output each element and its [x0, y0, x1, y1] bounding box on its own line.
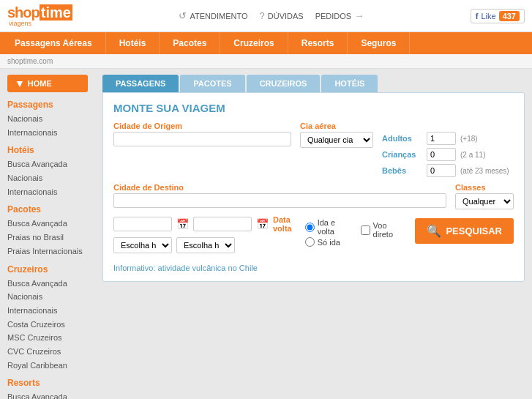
sidebar-title-resorts: Resorts — [7, 378, 88, 388]
sidebar-link-nacionais-passagens[interactable]: Nacionais — [7, 112, 88, 126]
voo-direto-label: Voo direto — [373, 221, 400, 239]
dates-col: 📅 📅 Data volta Escolha hor. Escolha hor. — [113, 215, 292, 258]
data-volta-label: Data volta — [273, 215, 292, 233]
so-ida-radio[interactable] — [305, 237, 315, 247]
sidebar-link-internacionais-hoteis[interactable]: Internacionais — [7, 185, 88, 199]
adultos-note: (+18) — [460, 135, 478, 143]
header: shoptime viagens ↺ ATENDIMENTO ? DÚVIDAS… — [0, 0, 532, 32]
fb-like-label: Like — [481, 12, 495, 20]
breadcrumb: shoptime.com — [0, 54, 532, 69]
trip-type-col: Ida e volta Só ida — [305, 218, 345, 247]
duvidas-icon: ? — [260, 10, 265, 21]
atendimento-icon: ↺ — [179, 10, 187, 21]
sidebar-link-busca-avancada-cruzeiros[interactable]: Busca Avançada — [7, 277, 88, 291]
pedidos-label: PEDIDOS — [315, 12, 352, 20]
sidebar-link-praias-brasil[interactable]: Praias no Brasil — [7, 231, 88, 245]
nav-seguros[interactable]: Seguros — [348, 32, 410, 54]
sidebar-section-hoteis: Hotéis Busca Avançada Nacionais Internac… — [7, 145, 88, 198]
form-row-1: Cidade de Origem Cia aérea Qualquer cia … — [113, 122, 514, 177]
sidebar-link-busca-avancada-resorts[interactable]: Busca Avançada — [7, 390, 88, 399]
adultos-input[interactable] — [427, 132, 456, 145]
info-link[interactable]: Informativo: atividade vulcânica no Chil… — [113, 264, 514, 272]
sidebar-link-nacionais-cruzeiros[interactable]: Nacionais — [7, 290, 88, 304]
bebes-row: Bebês (até 23 meses) — [382, 164, 514, 177]
ida-volta-row: Ida e volta — [305, 218, 345, 236]
sidebar-title-pacotes: Pacotes — [7, 204, 88, 215]
tab-cruzeiros[interactable]: CRUZEIROS — [247, 75, 321, 92]
sidebar-section-cruzeiros: Cruzeiros Busca Avançada Nacionais Inter… — [7, 264, 88, 373]
header-nav: ↺ ATENDIMENTO ? DÚVIDAS PEDIDOS → — [179, 10, 364, 21]
cia-aerea-select[interactable]: Qualquer cia — [300, 132, 373, 148]
sidebar-title-passagens: Passagens — [7, 100, 88, 110]
sidebar-section-pacotes: Pacotes Busca Avançada Praias no Brasil … — [7, 204, 88, 258]
data-volta-input[interactable] — [193, 217, 252, 231]
duvidas-label: DÚVIDAS — [268, 12, 304, 20]
hora-volta-select[interactable]: Escolha hor. — [176, 237, 235, 253]
pesquisar-button[interactable]: 🔍 PESQUISAR — [415, 218, 514, 244]
nav-hoteis[interactable]: Hotéis — [106, 32, 160, 54]
nav-pacotes[interactable]: Pacotes — [160, 32, 220, 54]
sidebar-link-costa-cruzeiros[interactable]: Costa Cruzeiros — [7, 318, 88, 332]
nav-cruzeiros[interactable]: Cruzeiros — [220, 32, 288, 54]
nav-resorts[interactable]: Resorts — [288, 32, 348, 54]
criancas-input[interactable] — [427, 148, 456, 161]
nav-pedidos[interactable]: PEDIDOS → — [315, 10, 364, 21]
so-ida-row: Só ida — [305, 237, 345, 247]
nav-passagens-aereas[interactable]: Passagens Aéreas — [0, 32, 106, 54]
criancas-note: (2 a 11) — [460, 151, 485, 159]
bebes-label: Bebês — [382, 166, 422, 175]
search-icon: 🔍 — [427, 224, 441, 238]
sidebar-link-busca-avancada-pacotes[interactable]: Busca Avançada — [7, 217, 88, 231]
destino-label: Cidade de Destino — [113, 183, 446, 192]
cia-aerea-label: Cia aérea — [300, 122, 373, 130]
adultos-label: Adultos — [382, 134, 422, 143]
nav-atendimento[interactable]: ↺ ATENDIMENTO — [179, 10, 247, 21]
sidebar-link-royal-caribbean[interactable]: Royal Caribbean — [7, 359, 88, 373]
bebes-note: (até 23 meses) — [460, 167, 509, 175]
criancas-label: Crianças — [382, 150, 422, 159]
ida-volta-label: Ida e volta — [318, 218, 345, 236]
logo-viagens: viagens — [7, 20, 31, 27]
classes-col: Classes Qualquer — [455, 183, 514, 209]
sidebar-link-cvc-cruzeiros[interactable]: CVC Cruzeiros — [7, 345, 88, 359]
ida-volta-radio[interactable] — [305, 223, 315, 232]
fb-count: 437 — [499, 11, 520, 21]
sidebar-section-resorts: Resorts Busca Avançada Centro-Oeste Nord… — [7, 378, 88, 399]
nav-duvidas[interactable]: ? DÚVIDAS — [260, 10, 304, 21]
home-button[interactable]: ▼ HOME — [7, 75, 88, 92]
origem-input[interactable] — [113, 132, 291, 146]
home-label: HOME — [28, 79, 52, 88]
voo-direto-checkbox[interactable] — [361, 225, 370, 235]
classes-select[interactable]: Qualquer — [455, 193, 514, 209]
destino-input[interactable] — [113, 193, 446, 208]
hora-ida-select[interactable]: Escolha hor. — [113, 237, 172, 253]
tab-pacotes[interactable]: PACOTES — [180, 75, 244, 92]
tab-passagens[interactable]: PASSAGENS — [102, 75, 179, 92]
passengers-col: Adultos (+18) Crianças (2 a 11) Bebês — [382, 122, 514, 177]
classes-label: Classes — [455, 183, 514, 192]
sidebar-link-busca-avancada-hoteis[interactable]: Busca Avançada — [7, 157, 88, 171]
date-row: 📅 📅 Data volta — [113, 215, 292, 233]
sidebar-link-internacionais-cruzeiros[interactable]: Internacionais — [7, 304, 88, 318]
form-row-3: 📅 📅 Data volta Escolha hor. Escolha hor. — [113, 215, 514, 258]
calendar-icon-volta: 📅 — [256, 218, 269, 230]
tab-hoteis[interactable]: HOTÉIS — [321, 75, 378, 92]
content-area: PASSAGENS PACOTES CRUZEIROS HOTÉIS MONTE… — [95, 69, 532, 399]
sidebar: ▼ HOME Passagens Nacionais Internacionai… — [0, 69, 95, 399]
sidebar-link-msc-cruzeiros[interactable]: MSC Cruzeiros — [7, 331, 88, 345]
bebes-input[interactable] — [427, 164, 456, 177]
main-nav: Passagens Aéreas Hotéis Pacotes Cruzeiro… — [0, 32, 532, 54]
destino-col: Cidade de Destino — [113, 183, 446, 209]
calendar-icon-ida: 📅 — [176, 218, 189, 230]
breadcrumb-text: shoptime.com — [7, 57, 53, 65]
facebook-like[interactable]: f Like 437 — [471, 9, 525, 23]
sidebar-link-praias-internacionais[interactable]: Praias Internacionais — [7, 245, 88, 258]
sidebar-title-cruzeiros: Cruzeiros — [7, 264, 88, 275]
data-ida-input[interactable] — [113, 217, 172, 231]
time-row: Escolha hor. Escolha hor. — [113, 237, 292, 253]
sidebar-link-nacionais-hoteis[interactable]: Nacionais — [7, 171, 88, 185]
origem-col: Cidade de Origem — [113, 122, 291, 177]
sidebar-link-internacionais-passagens[interactable]: Internacionais — [7, 126, 88, 140]
atendimento-label: ATENDIMENTO — [190, 12, 247, 20]
pedidos-icon: → — [354, 10, 364, 21]
